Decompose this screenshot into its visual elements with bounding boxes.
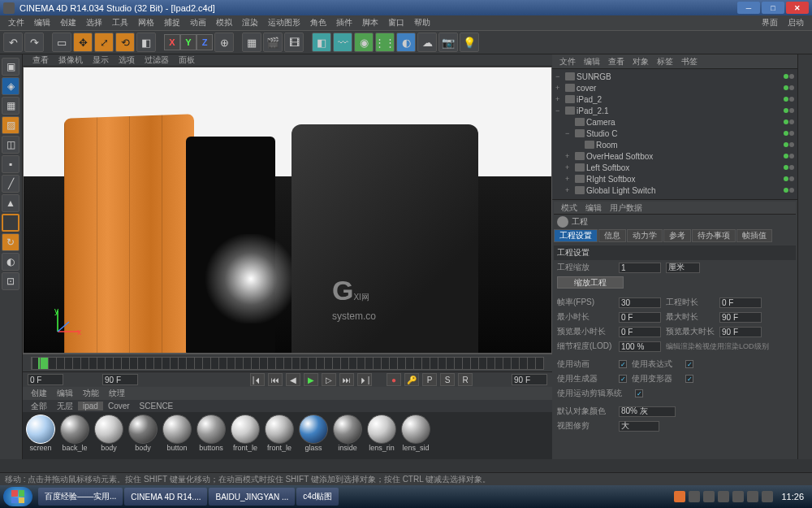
tree-row[interactable]: Camera [554,116,796,128]
visibility-dot[interactable] [784,97,788,102]
tree-row[interactable]: −SUNRGB [554,71,796,82]
render-dot[interactable] [789,165,794,170]
material-thumbnail[interactable]: buttons [195,415,227,457]
tree-expand-icon[interactable]: + [555,95,564,103]
timeline-ruler[interactable] [23,354,552,371]
key-pos-button[interactable]: P [422,373,437,386]
material-thumbnail[interactable]: lens_sid [400,415,432,457]
menu-help[interactable]: 帮助 [409,17,435,28]
taskbar-clock[interactable]: 11:26 [781,492,804,501]
tree-expand-icon[interactable]: + [565,152,573,160]
undo-button[interactable]: ↶ [3,33,23,52]
polygon-mode-button[interactable]: ▲ [2,194,19,212]
view-tab-options[interactable]: 选项 [114,54,140,66]
enable-axis-button[interactable]: ↻ [2,233,19,251]
mat-tab-nolayer[interactable]: 无层 [52,401,78,412]
material-thumbnail[interactable]: body [127,415,159,457]
select-tool[interactable]: ▭ [52,33,71,52]
mat-menu-texture[interactable]: 纹理 [104,388,130,399]
next-key-button[interactable]: ⏭ [339,373,354,386]
menu-mesh[interactable]: 网格 [133,17,159,28]
tree-expand-icon[interactable]: − [555,72,564,80]
menu-render[interactable]: 渲染 [237,17,263,28]
goto-start-button[interactable]: |⏴ [250,373,265,386]
proj-time-field[interactable]: 0 F [719,297,762,308]
menu-layout[interactable]: 界面 [757,17,783,28]
workplane-button[interactable]: ◫ [2,136,19,154]
window-maximize-button[interactable]: □ [762,2,784,14]
mat-tab-cover[interactable]: Cover [103,402,135,410]
obj-menu-bookmarks[interactable]: 书签 [677,56,702,67]
scale-tool[interactable]: ⤢ [94,33,114,52]
tree-row[interactable]: +cover [554,82,796,93]
preview-min-field[interactable]: 0 F [619,327,661,337]
menu-startup[interactable]: 启动 [783,17,809,28]
render-view-button[interactable]: ▦ [242,33,261,52]
attr-menu-edit[interactable]: 编辑 [581,202,606,214]
snap-button[interactable]: ⊡ [2,272,19,290]
tray-network-icon[interactable] [747,491,758,502]
tree-expand-icon[interactable]: − [565,129,573,137]
render-picture-button[interactable]: 🎬 [263,33,283,52]
taskbar-item-c4d[interactable]: CINEMA 4D R14.... [124,488,207,506]
menu-mograph[interactable]: 运动图形 [263,17,305,28]
attr-tab-todo[interactable]: 待办事项 [692,229,736,242]
obj-menu-edit[interactable]: 编辑 [580,56,604,67]
visibility-dot[interactable] [784,119,788,124]
viewport-solo-button[interactable]: ◐ [2,253,19,271]
key-scale-button[interactable]: S [440,373,455,386]
attr-tab-reference[interactable]: 参考 [663,229,691,242]
obj-menu-objects[interactable]: 对象 [628,56,653,67]
render-dot[interactable] [789,154,794,158]
last-tool[interactable]: ◧ [136,33,156,52]
attr-tab-project[interactable]: 工程设置 [554,229,598,242]
tree-row[interactable]: −Studio C [554,128,796,139]
menu-script[interactable]: 脚本 [357,17,383,28]
tree-expand-icon[interactable]: − [555,106,564,115]
menu-edit[interactable]: 编辑 [29,17,55,28]
material-thumbnail[interactable]: back_le [58,415,91,457]
visibility-dot[interactable] [784,108,788,113]
play-button[interactable]: ▶ [304,373,318,386]
view-tab-panel[interactable]: 面板 [174,54,200,66]
mat-menu-create[interactable]: 创建 [26,388,52,399]
attr-menu-mode[interactable]: 模式 [557,202,581,214]
object-mode-button[interactable]: ▦ [2,97,19,115]
use-motion-checkbox[interactable]: ✓ [635,389,643,397]
visibility-dot[interactable] [784,142,788,147]
timeline-current-field[interactable]: 90 F [102,374,138,385]
use-def-checkbox[interactable]: ✓ [685,375,693,383]
fps-field[interactable]: 30 [619,297,661,308]
generator-button[interactable]: ◉ [354,33,374,52]
taskbar-item-baidu[interactable]: 百度经验——实用... [38,488,123,506]
next-frame-button[interactable]: ▷ [322,373,336,386]
menu-plugins[interactable]: 插件 [331,17,357,28]
render-dot[interactable] [789,108,794,113]
visibility-dot[interactable] [784,154,788,158]
tree-expand-icon[interactable]: + [565,163,573,172]
attr-menu-userdata[interactable]: 用户数据 [606,202,646,214]
tree-expand-icon[interactable]: + [565,175,573,183]
taskbar-item-folder[interactable]: c4d贴图 [296,488,339,506]
tree-row[interactable]: −iPad_2.1 [554,105,796,116]
start-button[interactable] [3,487,32,506]
render-dot[interactable] [789,97,794,102]
material-thumbnail[interactable]: screen [24,415,57,457]
timeline-end-field[interactable]: 90 F [512,374,547,385]
tree-expand-icon[interactable]: + [565,186,573,194]
model-mode-button[interactable]: ◈ [2,77,19,95]
axis-x-toggle[interactable]: X [164,34,180,50]
menu-snap[interactable]: 捕捉 [159,17,185,28]
texture-mode-button[interactable]: ▨ [2,116,19,134]
visibility-dot[interactable] [784,131,788,136]
render-dot[interactable] [789,74,794,79]
mat-tab-ipad[interactable]: ipad [78,402,103,410]
autokey-button[interactable]: 🔑 [404,373,419,386]
obj-menu-view[interactable]: 查看 [604,56,628,67]
point-mode-button[interactable]: ▪ [2,155,19,173]
tree-row[interactable]: +Left Softbox [554,162,796,173]
material-thumbnail[interactable]: lens_rin [365,415,398,457]
material-thumbnail[interactable]: button [161,415,193,457]
min-time-field[interactable]: 0 F [619,312,661,323]
menu-animate[interactable]: 动画 [185,17,211,28]
